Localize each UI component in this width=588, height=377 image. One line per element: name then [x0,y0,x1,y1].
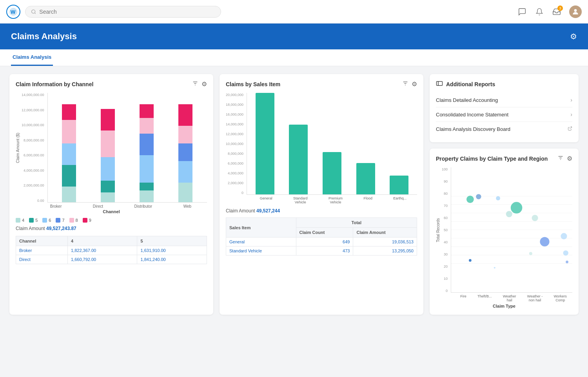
reports-title: Additional Reports [446,81,495,87]
chart2-x-axis: General StandardVehicle PremiumVehicle F… [226,195,417,204]
chart3-y-label: Total Records [436,167,440,293]
reports-list: Claims Detailed Accounting › Consolidate… [436,93,572,136]
svg-point-3 [574,9,577,12]
chart2-settings-icon[interactable]: ⚙ [412,80,417,88]
bar-direct-4 [101,192,115,202]
right-column: Additional Reports Claims Detailed Accou… [430,74,579,315]
svg-point-36 [563,250,568,256]
chart2-bars [247,93,417,195]
chevron-right-icon-0: › [570,97,572,103]
bar-direct-9 [101,109,115,130]
bar-earthquake [390,176,408,194]
chart3-actions: ⚙ [557,155,572,163]
bar-web-7 [178,143,192,161]
table-row: Broker 1,822,367.00 1,631,910.00 [16,246,207,255]
chart1-title: Claim Information by Channel [16,81,93,87]
table-row: Direct 1,660,792.00 1,841,240.00 [16,255,207,264]
page-header: Claims Analysis ⚙ [0,24,588,49]
reports-header: Additional Reports [436,80,572,88]
chart3-settings-icon[interactable]: ⚙ [567,155,572,163]
sales-item-card: Claims by Sales Item ⚙ 20,000,000 18,000… [220,74,423,315]
workday-logo: W [6,5,20,19]
bar-web-6 [178,161,192,183]
chart2-filter-icon[interactable] [402,80,408,88]
chart1-x-axis: Broker Direct Distributor Web [16,203,207,208]
svg-point-31 [506,211,512,217]
chart3-filter-icon[interactable] [557,155,564,163]
top-nav: W 3 [0,0,588,24]
property-claims-card: Property Claims by Claim Type and Region… [430,149,579,315]
chart3-x-title: Claim Type [436,304,572,308]
bar-general [256,93,274,194]
notification-icon[interactable] [535,7,544,16]
col-total: Total [296,218,417,228]
chart1-actions: ⚙ [192,80,207,88]
bar-broker-4 [62,187,76,202]
report-item-claims-detailed[interactable]: Claims Detailed Accounting › [436,93,572,107]
chart2-claim-amount: Claim Amount 49,527,244 [226,208,417,214]
svg-point-29 [496,196,500,201]
chart1-filter-icon[interactable] [192,80,198,88]
chart3-title: Property Claims by Claim Type and Region [436,156,548,162]
svg-point-37 [566,261,568,263]
svg-text:W: W [11,9,16,15]
chart2-table: Sales Item Total Claim Count Claim Amoun… [226,218,417,256]
chart3-header: Property Claims by Claim Type and Region… [436,155,572,163]
tabs-bar: Claims Analysis [0,49,588,66]
col-4: 4 [67,236,137,246]
report-item-income-statement[interactable]: Consolidated Income Statement › [436,107,572,122]
bar-dist-6 [140,155,154,183]
avatar[interactable] [569,5,582,18]
chart1-legend: 4 5 6 7 8 9 [16,218,207,223]
bar-dist-8 [140,118,154,134]
svg-point-35 [561,233,567,239]
chart2-claim-value: 49,527,244 [256,208,280,214]
tab-claims-analysis[interactable]: Claims Analysis [11,49,53,66]
chart1-table: Channel 4 5 Broker 1,822,367.00 1,631,91… [16,236,207,264]
bar-web-4 [178,183,192,202]
message-icon[interactable] [517,7,527,16]
chart2-actions: ⚙ [402,80,417,88]
bar-direct-8 [101,130,115,157]
col-claim-count: Claim Count [296,228,353,237]
svg-rect-10 [437,82,443,86]
chart2-header: Claims by Sales Item ⚙ [226,80,417,88]
page-title: Claims Analysis [11,31,77,42]
bar-flood [356,163,375,194]
chart1-claim-value: 49,527,243.87 [46,226,76,231]
svg-line-12 [570,127,572,129]
col-5: 5 [137,236,207,246]
chart1-x-title: Channel [16,209,207,214]
reports-header-icon [436,80,443,88]
bar-broker-9 [62,104,76,120]
chart3-x-axis: Fire Theft/B... Weatherhail Weather -non… [436,293,572,302]
bar-standard-vehicle [289,125,308,194]
bar-dist-4 [140,190,154,202]
svg-line-2 [34,13,35,13]
claim-channel-card: Claim Information by Channel ⚙ Claim Amo… [9,74,213,315]
inbox-badge: 3 [557,5,563,11]
chart1-header: Claim Information by Channel ⚙ [16,80,207,88]
bar-web-9 [178,104,192,126]
bar-broker-6 [62,143,76,165]
svg-point-30 [511,202,523,214]
bar-premium-vehicle [323,152,341,194]
bar-dist-7 [140,134,154,155]
svg-point-27 [476,194,481,199]
bubble-chart-svg [451,167,572,292]
svg-point-34 [529,252,532,255]
search-input[interactable] [39,9,215,15]
additional-reports-card: Additional Reports Claims Detailed Accou… [430,74,579,142]
inbox-icon[interactable]: 3 [552,7,561,16]
settings-icon[interactable]: ⚙ [570,32,577,41]
table-row: Standard Vehicle 473 13,295,050 [226,246,417,256]
chart1-claim-amount: Claim Amount 49,527,243.87 [16,226,207,231]
report-item-discovery-board[interactable]: Claims Analysis Discovery Board [436,122,572,136]
table-row: General 649 19,036,513 [226,237,417,246]
search-icon [31,9,36,14]
search-bar[interactable] [25,6,221,18]
bar-dist-9 [140,104,154,118]
chart1-settings-icon[interactable]: ⚙ [201,80,207,88]
main-content: Claim Information by Channel ⚙ Claim Amo… [0,66,588,323]
bar-broker-5 [62,165,76,187]
